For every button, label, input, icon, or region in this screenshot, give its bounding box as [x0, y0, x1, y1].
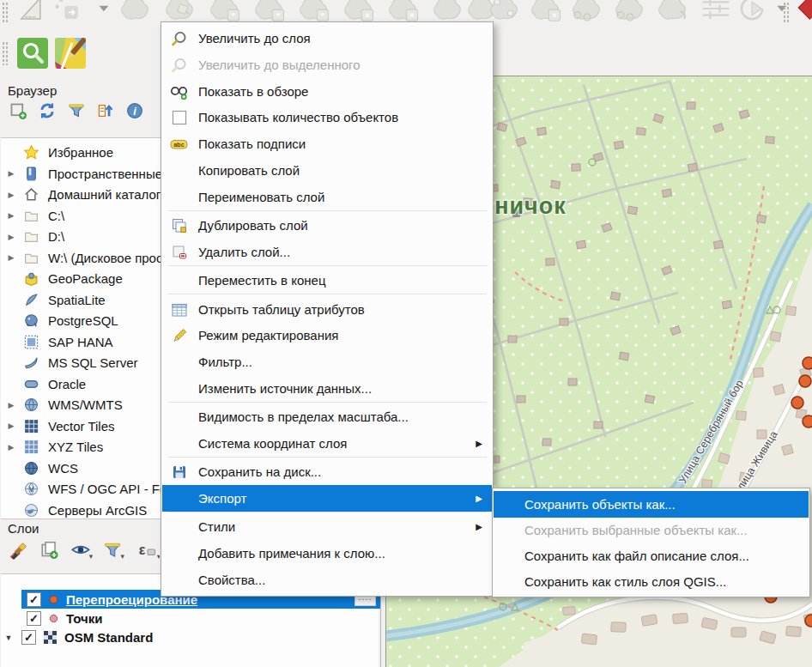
menu-item-save-to-disk[interactable]: Сохранить на диск...	[162, 458, 492, 485]
menu-item-open-attribute-table[interactable]: Открыть таблицу атрибутов	[162, 296, 492, 323]
map-building	[611, 622, 626, 633]
menu-item-filter[interactable]: Фильтр...	[162, 349, 492, 375]
save-to-disk-icon	[167, 464, 191, 481]
globe-arcgis-icon	[21, 502, 40, 518]
add-group-icon[interactable]	[39, 540, 60, 564]
layer-expander[interactable]: ▼	[1, 634, 16, 642]
menu-item-show-feature-count[interactable]: Показывать количество объектов	[162, 104, 492, 130]
menu-item-toggle-editing[interactable]: Режим редактирования	[162, 322, 492, 349]
layer-checkbox[interactable]: ✓	[27, 611, 41, 626]
layer-checkbox[interactable]: ✓	[27, 592, 41, 607]
digitizing-tool-icon[interactable]	[14, 0, 52, 23]
toolbar-drag-handle[interactable]	[2, 2, 9, 22]
vector-tiles-icon	[21, 418, 40, 434]
export-submenu: Сохранить объекты как... Сохранить выбра…	[492, 488, 810, 597]
duplicate-layer-icon	[167, 217, 191, 234]
submenu-item-save-as-qgis-style[interactable]: Сохранить как стиль слоя QGIS...	[494, 568, 809, 595]
star-icon	[21, 144, 40, 161]
map-building	[594, 421, 603, 428]
menu-item-remove-layer[interactable]: Удалить слой...	[162, 239, 492, 265]
digitizing-tool-icon[interactable]: *	[295, 0, 333, 23]
digitizing-tool-icon[interactable]: *	[206, 0, 244, 23]
properties-info-icon[interactable]: i	[125, 101, 144, 124]
menu-item-styles[interactable]: Стили▶	[162, 513, 492, 540]
digitizing-tool-icon[interactable]	[611, 0, 649, 23]
filter-expression-icon[interactable]: ε▾	[136, 540, 160, 564]
menu-item-rename-layer[interactable]: Переименовать слой	[162, 184, 492, 210]
menu-item-layer-crs[interactable]: Система координат слоя▶	[162, 430, 492, 457]
digitizing-tool-icon[interactable]	[486, 0, 524, 23]
refresh-icon[interactable]	[38, 101, 57, 124]
menu-separator	[167, 512, 487, 512]
menu-item-move-to-bottom[interactable]: Переместить в конец	[162, 267, 492, 294]
menu-separator	[167, 457, 487, 458]
svg-text:V: V	[28, 485, 33, 494]
svg-text:▾: ▾	[157, 552, 160, 561]
add-selected-layers-icon[interactable]	[9, 101, 27, 124]
digitizing-tool-icon[interactable]	[697, 0, 735, 23]
layer-name: OSM Standard	[64, 630, 153, 645]
digitizing-tool-icon[interactable]	[117, 0, 155, 23]
show-in-overview-icon	[167, 83, 191, 100]
zoom-to-layer-icon	[167, 30, 191, 47]
checkbox-unchecked-icon[interactable]	[167, 109, 191, 126]
digitizing-tool-icon[interactable]: ×	[340, 0, 378, 23]
layer-row-osm-standard[interactable]: ▼ ✓ OSM Standard	[1, 628, 379, 647]
layer-checkbox[interactable]: ✓	[21, 630, 36, 645]
svg-text:ε: ε	[139, 542, 146, 557]
svg-text:▾: ▾	[121, 552, 125, 561]
osm-edit-map-button[interactable]	[55, 38, 86, 69]
svg-text:×: ×	[552, 10, 557, 20]
map-building	[770, 331, 781, 342]
manage-map-themes-icon[interactable]: ▾	[70, 540, 93, 564]
menu-separator	[167, 265, 487, 266]
submenu-arrow-icon: ▶	[476, 494, 482, 503]
map-building	[641, 615, 657, 627]
sap-hana-icon	[21, 334, 40, 350]
collapse-all-icon[interactable]	[96, 101, 115, 124]
submenu-item-save-features-as[interactable]: Сохранить объекты как...	[494, 491, 809, 518]
menu-item-export[interactable]: Экспорт▶	[162, 485, 492, 512]
menu-item-copy-layer[interactable]: Копировать слой	[162, 157, 492, 184]
attribute-table-icon	[167, 301, 191, 318]
globe-dark-icon	[21, 460, 40, 476]
menu-item-show-in-overview[interactable]: Показать в обзоре	[162, 78, 492, 105]
filter-browser-icon[interactable]	[67, 101, 86, 124]
plugin-toolbar-drag-handle[interactable]	[2, 41, 9, 65]
layer-row-points[interactable]: ✓ Точки	[21, 609, 380, 628]
submenu-item-save-as-layer-definition[interactable]: Сохранить как файл описание слоя...	[494, 543, 809, 569]
digitizing-tool-icon[interactable]	[429, 0, 467, 23]
digitizing-tool-icon[interactable]	[52, 0, 89, 23]
menu-item-duplicate-layer[interactable]: Дублировать слой	[162, 212, 492, 239]
digitizing-tool-icon[interactable]	[161, 0, 199, 23]
menu-item-add-layer-notes[interactable]: Добавить примечания к слою...	[162, 540, 492, 567]
svg-text:▾: ▾	[89, 552, 93, 561]
map-building	[560, 318, 568, 325]
digitizing-tool-icon[interactable]	[568, 0, 606, 23]
globe-icon	[21, 397, 40, 413]
osm-place-search-button[interactable]	[17, 38, 48, 69]
map-building	[550, 180, 560, 189]
digitizing-tool-icon[interactable]	[797, 0, 812, 23]
map-building	[756, 215, 766, 223]
menu-separator	[167, 294, 487, 294]
folder-icon	[21, 250, 40, 266]
digitizing-tool-icon[interactable]: ×	[385, 0, 422, 23]
menu-item-zoom-to-layer[interactable]: Увеличить до слоя	[162, 25, 492, 52]
layer-name: Точки	[66, 611, 102, 626]
menu-item-change-data-source[interactable]: Изменить источник данных...	[162, 375, 492, 402]
styling-dock-icon[interactable]	[9, 540, 29, 564]
digitizing-tool-icon[interactable]: ×	[527, 0, 565, 23]
map-building	[619, 352, 628, 361]
filter-legend-icon[interactable]: ▾	[103, 540, 125, 564]
menu-item-properties[interactable]: Свойства...	[162, 567, 492, 593]
digitizing-tool-icon[interactable]	[654, 0, 692, 23]
spatialite-icon	[21, 292, 40, 308]
map-building	[517, 396, 525, 403]
digitizing-tool-icon[interactable]: *	[251, 0, 288, 23]
map-building	[546, 258, 554, 265]
menu-item-show-labels[interactable]: abcПоказать подписи	[162, 130, 492, 157]
menu-item-scale-visibility[interactable]: Видимость в пределах масштаба...	[162, 403, 492, 430]
toolbar-drag-handle[interactable]	[783, 2, 790, 22]
zoom-to-selection-icon	[167, 57, 191, 74]
